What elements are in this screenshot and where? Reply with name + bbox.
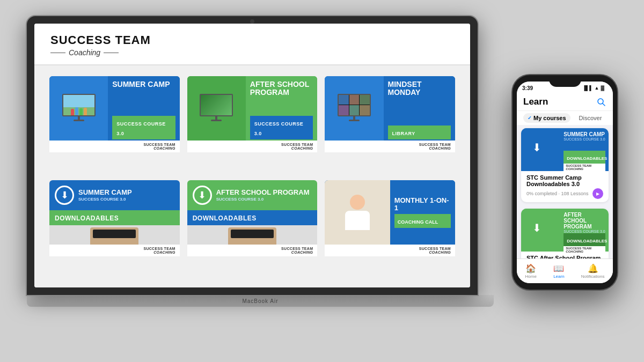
course-subtitle-2: SUCCESS COURSE 3.0 — [254, 121, 304, 136]
person-cell-1 — [339, 95, 349, 105]
monthly-subtitle: COACHING CALL — [398, 219, 438, 225]
phone-play-button-1[interactable]: ▶ — [592, 188, 603, 199]
phone-tab-discover[interactable]: Discover — [575, 113, 606, 123]
check-icon: ✓ — [528, 115, 532, 121]
dl-course-title-2: AFTER SCHOOL PROGRAM — [216, 189, 310, 196]
card-brand-2: SUCCESS TEAMCoaching — [192, 143, 313, 150]
phone-nav-notifications[interactable]: 🔔 Notifications — [581, 263, 605, 279]
card-text-after-school: AFTER SCHOOL PROGRAM SUCCESS COURSE 3.0 — [246, 76, 317, 141]
monitor-mockup — [60, 94, 98, 123]
monitor-mockup-3 — [335, 94, 373, 123]
laptop-brand: MacBook Air — [242, 298, 278, 304]
phone-card-green-1: DOWNLOADABLES — [564, 151, 605, 164]
nav-learn-label: Learn — [553, 274, 564, 279]
monitor-stand-2 — [215, 116, 217, 120]
card-monthly: MONTHLY 1-ON-1 COACHING CALL — [325, 180, 455, 245]
monitor-base-2 — [211, 120, 222, 121]
brand-title: SUCCESS TEAM — [50, 33, 454, 47]
battery-icon: ▓ — [601, 85, 604, 91]
phone-card-progress-1: 0% completed · 108 Lessons — [526, 191, 589, 196]
phone-scroll-content: ⬇ SUMMER CAMP SUCCESS COURSE 3.0 DOWNLOA… — [517, 125, 613, 258]
phone-search-button[interactable] — [596, 97, 606, 107]
phone-brand-footer-1: SUCCESS TEAM Coaching — [564, 164, 605, 171]
signal-icon: ▐▌▌ — [582, 85, 592, 91]
phone-nav-home[interactable]: 🏠 Home — [525, 263, 537, 279]
brand-coaching: Coaching — [69, 48, 100, 57]
phone-card-info-1: STC Summer Camp Downloadables 3.0 0% com… — [521, 171, 609, 202]
card-text-summer-camp: SUMMER CAMP SUCCESS COURSE 3.0 — [108, 76, 179, 141]
card-thumbnail-mindset — [325, 76, 383, 141]
notifications-icon: 🔔 — [588, 263, 598, 274]
course-title-3: MINDSET MONDAY — [388, 80, 451, 97]
card-green-bar-2: SUCCESS COURSE 3.0 — [250, 116, 313, 139]
phone-card-name-1: STC Summer Camp Downloadables 3.0 — [526, 174, 603, 187]
brand-line-right — [104, 53, 119, 53]
course-card-mindset-monday[interactable]: MINDSET MONDAY LIBRARY SUCCESS TEAMCoach… — [325, 76, 455, 173]
card-footer-1: SUCCESS TEAMCoaching — [49, 141, 180, 152]
course-subtitle-3: LIBRARY — [392, 131, 415, 136]
card-footer-3: SUCCESS TEAMCoaching — [325, 141, 455, 152]
course-card-summer-camp-video[interactable]: SUMMER CAMP SUCCESS COURSE 3.0 SUCCESS T… — [49, 76, 180, 173]
dl-green-bar-1: DOWNLOADABLES — [49, 210, 180, 225]
laptop-screen: SUCCESS TEAM Coaching — [34, 24, 470, 287]
monitor-stand — [78, 116, 80, 120]
phone-dl-action-2: DOWNLOADABLES — [567, 239, 607, 243]
dl-top-after-school: ⬇ AFTER SCHOOL PROGRAM SUCCESS COURSE 3.… — [187, 180, 318, 210]
phone-nav-learn[interactable]: 📖 Learn — [553, 263, 564, 279]
course-card-after-school-dl[interactable]: ⬇ AFTER SCHOOL PROGRAM SUCCESS COURSE 3.… — [187, 180, 318, 277]
nav-notifications-label: Notifications — [581, 274, 605, 279]
card-footer-4: SUCCESS TEAMCoaching — [49, 245, 180, 256]
person-cell-3 — [360, 95, 370, 105]
nav-home-label: Home — [525, 274, 537, 279]
phone-tab-my-courses[interactable]: ✓ My courses — [523, 113, 570, 123]
svg-line-1 — [603, 104, 605, 106]
phone-title: Learn — [523, 97, 548, 107]
kid-3 — [79, 108, 83, 115]
phone-card-sub-2: SUCCESS COURSE 3.0 — [564, 230, 605, 233]
screen-header: SUCCESS TEAM Coaching — [34, 24, 470, 65]
phone-card-summer-camp-dl[interactable]: ⬇ SUMMER CAMP SUCCESS COURSE 3.0 DOWNLOA… — [521, 128, 609, 202]
course-card-monthly[interactable]: MONTHLY 1-ON-1 COACHING CALL SUCCESS TEA… — [325, 180, 455, 277]
card-footer-5: SUCCESS TEAMCoaching — [187, 245, 318, 256]
download-icon-1: ⬇ — [55, 186, 74, 205]
dl-top-summer-camp: ⬇ SUMMER CAMP SUCCESS COURSE 3.0 — [49, 180, 180, 210]
phone-banner-right-2: AFTER SCHOOL PROGRAM SUCCESS COURSE 3.0 … — [560, 209, 609, 252]
phone-screen: 3:39 ▐▌▌ ▲ ▓ Learn ✓ My courses — [517, 82, 613, 283]
laptop-hands-2 — [228, 227, 276, 245]
courses-grid: SUMMER CAMP SUCCESS COURSE 3.0 SUCCESS T… — [34, 65, 470, 287]
phone-brand-footer-2: SUCCESS TEAM Coaching — [564, 246, 605, 254]
phone-bottom-nav: 🏠 Home 📖 Learn 🔔 Notifications — [517, 258, 613, 283]
card-footer-2: SUCCESS TEAMCoaching — [187, 141, 318, 152]
phone-card-title-2: AFTER SCHOOL PROGRAM — [564, 212, 605, 230]
dl-green-bar-2: DOWNLOADABLES — [187, 210, 318, 225]
dl-course-sub-2: SUCCESS COURSE 3.0 — [216, 197, 310, 202]
course-title: SUMMER CAMP — [112, 80, 175, 88]
monitor-screen-3 — [338, 94, 371, 116]
laptop: SUCCESS TEAM Coaching — [27, 16, 494, 327]
phone-dl-action-1: DOWNLOADABLES — [567, 156, 607, 161]
card-brand-5: SUCCESS TEAMCoaching — [192, 247, 313, 254]
person-figure — [345, 195, 370, 230]
dl-bottom-img-1 — [49, 225, 180, 245]
card-footer-6: SUCCESS TEAMCoaching — [325, 245, 455, 256]
phone-card-green-2: DOWNLOADABLES — [564, 233, 605, 246]
phone-notch — [549, 75, 581, 87]
monthly-photo — [325, 180, 390, 245]
card-brand-3: SUCCESS TEAMCoaching — [329, 143, 451, 150]
kid-1 — [71, 109, 74, 115]
phone-card-title-1: SUMMER CAMP — [564, 131, 605, 137]
phone-dl-icon-2: ⬇ — [532, 221, 550, 239]
monitor-base-3 — [349, 120, 360, 121]
course-card-after-school-video[interactable]: AFTER SCHOOL PROGRAM SUCCESS COURSE 3.0 … — [187, 76, 318, 173]
kid-2 — [75, 107, 78, 115]
home-icon: 🏠 — [525, 263, 536, 274]
laptop-camera — [250, 19, 254, 24]
card-dl-summer-camp: ⬇ SUMMER CAMP SUCCESS COURSE 3.0 DOWNLOA… — [49, 180, 180, 245]
dl-course-title-1: SUMMER CAMP — [78, 189, 132, 196]
phone-card-after-school-dl[interactable]: ⬇ AFTER SCHOOL PROGRAM SUCCESS COURSE 3.… — [521, 209, 609, 258]
course-card-summer-camp-dl[interactable]: ⬇ SUMMER CAMP SUCCESS COURSE 3.0 DOWNLOA… — [49, 180, 180, 277]
course-title-2: AFTER SCHOOL PROGRAM — [250, 80, 313, 97]
card-video-after-school: AFTER SCHOOL PROGRAM SUCCESS COURSE 3.0 — [187, 76, 318, 141]
monitor-content-2 — [201, 95, 232, 115]
monitor-base — [74, 120, 84, 121]
